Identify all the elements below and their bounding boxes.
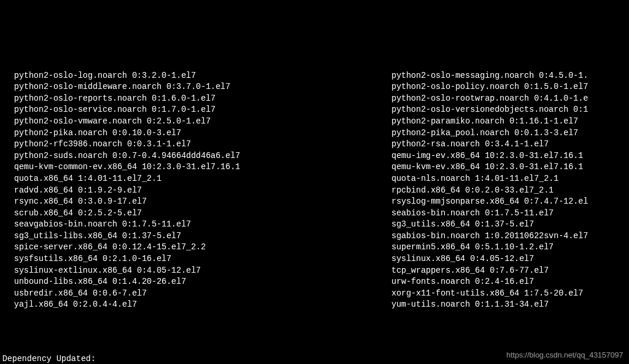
package-item: yajl.x86_64 0:2.0.4-4.el7 <box>2 299 391 311</box>
package-item: python2-oslo-messaging.noarch 0:4.5.0-1. <box>391 70 627 82</box>
package-item: python2-oslo-log.noarch 0:3.2.0-1.el7 <box>2 70 391 82</box>
package-item: scrub.x86_64 0:2.5.2-5.el7 <box>2 208 391 219</box>
package-item: unbound-libs.x86_64 0:1.4.20-26.el7 <box>2 276 391 288</box>
watermark-text: https://blog.csdn.net/qq_43157097 <box>507 350 624 360</box>
package-item: rpcbind.x86_64 0:0.2.0-33.el7_2.1 <box>391 185 627 197</box>
package-item: tcp_wrappers.x86_64 0:7.6-77.el7 <box>391 265 627 277</box>
package-item: sysfsutils.x86_64 0:2.1.0-16.el7 <box>2 253 391 265</box>
package-item: python2-suds.noarch 0:0.7-0.4.94664ddd46… <box>2 150 391 162</box>
package-item: python2-oslo-vmware.noarch 0:2.5.0-1.el7 <box>2 116 391 128</box>
package-item: qemu-kvm-common-ev.x86_64 10:2.3.0-31.el… <box>2 162 391 173</box>
package-item: seabios-bin.noarch 0:1.7.5-11.el7 <box>391 208 627 219</box>
package-item: quota.x86_64 1:4.01-11.el7_2.1 <box>2 173 391 185</box>
package-item: urw-fonts.noarch 0:2.4-16.el7 <box>391 276 627 288</box>
package-columns: python2-oslo-log.noarch 0:3.2.0-1.el7pyt… <box>2 70 627 311</box>
package-item: python2-oslo-rootwrap.noarch 0:4.1.0-1.e <box>391 93 627 105</box>
package-column-left: python2-oslo-log.noarch 0:3.2.0-1.el7pyt… <box>2 70 391 311</box>
package-item: python2-oslo-service.noarch 0:1.7.0-1.el… <box>2 104 391 116</box>
package-item: quota-nls.noarch 1:4.01-11.el7_2.1 <box>391 173 627 185</box>
package-column-right: python2-oslo-messaging.noarch 0:4.5.0-1.… <box>391 70 627 311</box>
package-item: python2-rsa.noarch 0:3.4.1-1.el7 <box>391 139 627 150</box>
package-item: sg3_utils.x86_64 0:1.37-5.el7 <box>391 219 627 231</box>
package-item: python2-pika_pool.noarch 0:0.1.3-3.el7 <box>391 128 627 139</box>
package-item: python2-pika.noarch 0:0.10.0-3.el7 <box>2 128 391 139</box>
package-item: qemu-img-ev.x86_64 10:2.3.0-31.el7.16.1 <box>391 150 627 162</box>
terminal-output[interactable]: python2-oslo-log.noarch 0:3.2.0-1.el7pyt… <box>0 46 629 364</box>
package-item: sg3_utils-libs.x86_64 0:1.37-5.el7 <box>2 231 391 242</box>
package-item: python2-rfc3986.noarch 0:0.3.1-1.el7 <box>2 139 391 150</box>
package-item: python2-oslo-reports.noarch 0:1.6.0-1.el… <box>2 93 391 105</box>
package-item: supermin5.x86_64 0:5.1.10-1.2.el7 <box>391 242 627 253</box>
package-item: python2-paramiko.noarch 0:1.16.1-1.el7 <box>391 116 627 128</box>
package-item: python2-oslo-middleware.noarch 0:3.7.0-1… <box>2 81 391 93</box>
package-item: xorg-x11-font-utils.x86_64 1:7.5-20.el7 <box>391 288 627 300</box>
package-item: syslinux.x86_64 0:4.05-12.el7 <box>391 253 627 265</box>
package-item: python2-oslo-policy.noarch 0:1.5.0-1.el7 <box>391 81 627 93</box>
package-item: python2-oslo-versionedobjects.noarch 0:1 <box>391 104 627 116</box>
package-item: usbredir.x86_64 0:0.6-7.el7 <box>2 288 391 300</box>
package-item: qemu-kvm-ev.x86_64 10:2.3.0-31.el7.16.1 <box>391 162 627 173</box>
package-item: radvd.x86_64 0:1.9.2-9.el7 <box>2 185 391 197</box>
package-item: rsyslog-mmjsonparse.x86_64 0:7.4.7-12.el <box>391 196 627 208</box>
package-item: yum-utils.noarch 0:1.1.31-34.el7 <box>391 299 627 311</box>
package-item: rsync.x86_64 0:3.0.9-17.el7 <box>2 196 391 208</box>
package-item: syslinux-extlinux.x86_64 0:4.05-12.el7 <box>2 265 391 277</box>
package-item: spice-server.x86_64 0:0.12.4-15.el7_2.2 <box>2 242 391 253</box>
package-item: seavgabios-bin.noarch 0:1.7.5-11.el7 <box>2 219 391 231</box>
package-item: sgabios-bin.noarch 1:0.20110622svn-4.el7 <box>391 231 627 242</box>
